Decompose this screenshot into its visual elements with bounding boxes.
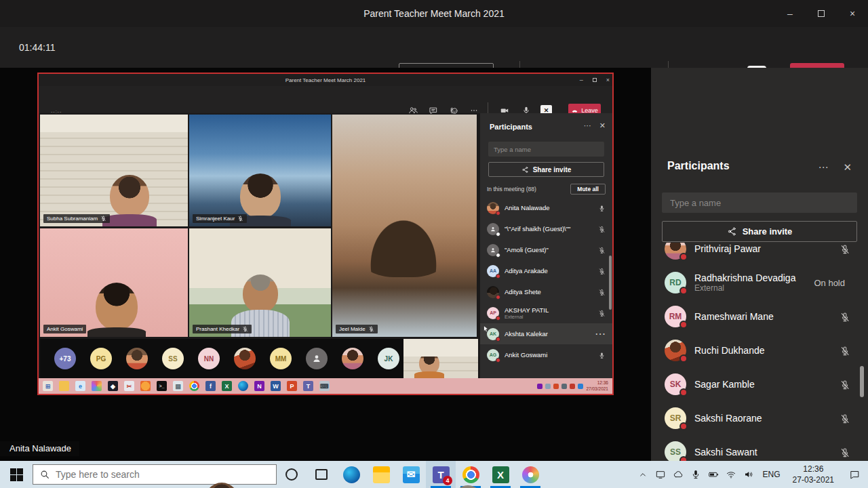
more-icon[interactable]: ⋯ (818, 161, 828, 174)
taskbar-search-input[interactable] (56, 469, 252, 480)
mic-off-icon[interactable] (598, 286, 606, 298)
participant-avatar[interactable] (306, 348, 328, 369)
participant-row[interactable]: SS Sakshi Sawant (651, 435, 868, 461)
tray-battery-icon[interactable] (705, 461, 722, 488)
share-invite-button[interactable]: Share invite (662, 221, 857, 242)
participant-avatar[interactable] (342, 348, 363, 369)
mic-on-icon[interactable] (598, 202, 606, 214)
tray-chevron-up-icon[interactable] (634, 461, 652, 488)
mic-off-icon[interactable] (840, 344, 850, 357)
participant-list: Prithviraj Pawar RD Radhakrishna Devadig… (651, 243, 868, 461)
participant-avatar[interactable]: SS (162, 348, 184, 369)
tray-cast-icon[interactable] (652, 461, 669, 488)
mic-off-icon[interactable] (840, 378, 850, 390)
participant-row-hovered[interactable]: AK Akshta Kalekar ⋯ (480, 323, 612, 344)
notepad-icon: ▤ (173, 381, 183, 391)
panel-scrollbar[interactable] (860, 366, 864, 397)
mic-off-icon[interactable] (840, 446, 850, 458)
excel-icon: X (492, 466, 509, 483)
participant-row[interactable]: "\"Arif shaikh (Guest)\"" (480, 218, 612, 239)
internet-explorer-icon: e (75, 381, 85, 391)
snipping-tool-icon: ✂ (124, 381, 134, 391)
avatar: AG (487, 349, 499, 361)
taskbar-paint[interactable] (515, 461, 545, 488)
action-center-button[interactable] (841, 461, 868, 488)
participant-row[interactable]: Ruchi Dukhande (651, 333, 868, 367)
taskbar-search[interactable] (33, 464, 277, 485)
taskbar-file-explorer[interactable] (366, 461, 396, 488)
search-input[interactable] (662, 192, 857, 213)
participant-avatar[interactable]: MM (270, 348, 292, 369)
tile-name-chip: Prashant Khedkar (193, 325, 252, 333)
mic-off-icon[interactable] (598, 244, 606, 256)
self-view-tile[interactable]: SHAH & ANCHOR KUTCHHI ENGINEERING COLLEG… (403, 339, 478, 378)
participant-avatar[interactable]: JK (378, 348, 399, 369)
taskbar-chrome[interactable] (456, 461, 486, 488)
participant-avatar[interactable] (126, 348, 148, 369)
shared-screen[interactable]: Parent Teacher Meet March 2021 – × --:--… (37, 73, 614, 395)
close-icon[interactable]: ✕ (843, 161, 852, 174)
taskbar-teams[interactable]: T 4 (426, 461, 456, 488)
participant-avatar[interactable]: NN (198, 348, 220, 369)
participant-row[interactable]: RM Rameshwari Mane (651, 300, 868, 333)
mic-off-icon[interactable] (598, 307, 606, 319)
taskbar-time: 12:36 (793, 464, 834, 474)
participant-row[interactable]: Aditya Shete (480, 281, 612, 302)
mic-off-icon[interactable] (840, 412, 850, 424)
facebook-icon: f (205, 381, 216, 391)
close-icon[interactable]: ✕ (599, 121, 606, 130)
mic-off-icon[interactable] (598, 265, 606, 277)
participant-row[interactable]: AA Aditya Arakade (480, 260, 612, 281)
cortana-button[interactable] (277, 461, 307, 488)
meeting-timer: 01:44:11 (19, 42, 55, 53)
participant-row[interactable]: "Amoli (Guest)" (480, 239, 612, 260)
paint-icon (92, 381, 102, 391)
participant-row[interactable]: AP AKSHAY PATILExternal (480, 302, 612, 323)
close-button[interactable]: × (837, 0, 868, 27)
overflow-count-avatar[interactable]: +73 (54, 348, 76, 369)
tray-onedrive-icon[interactable] (669, 461, 687, 488)
more-icon[interactable]: ⋯ (584, 121, 591, 130)
mic-on-icon[interactable] (598, 349, 606, 361)
nested-meeting-section: In this meeting (88) Mute all (487, 184, 606, 195)
paint-icon (522, 466, 539, 483)
maximize-icon (818, 10, 825, 17)
participant-avatar[interactable]: PG (90, 348, 112, 369)
mic-off-icon[interactable] (840, 310, 850, 323)
task-view-icon (315, 469, 328, 480)
participant-row[interactable]: AG Ankit Goswami (480, 344, 612, 365)
nested-titlebar: Parent Teacher Meet March 2021 – × (39, 74, 612, 86)
start-button[interactable] (0, 461, 33, 488)
participant-row[interactable]: SR Sakshi Raorane (651, 401, 868, 435)
row-more-icon[interactable]: ⋯ (595, 327, 606, 340)
taskbar-excel[interactable]: X (486, 461, 515, 488)
mic-off-icon (237, 216, 243, 222)
mute-all-button[interactable]: Mute all (570, 184, 606, 195)
tray-microphone-icon[interactable] (687, 461, 705, 488)
video-tile-simranjeet: Simranjeet Kaur (189, 115, 331, 226)
panel-title: Participants (667, 160, 730, 172)
maximize-button[interactable] (806, 0, 837, 27)
tray-volume-icon[interactable] (740, 461, 757, 488)
tray-icon (570, 384, 575, 389)
in-this-meeting-label[interactable]: In this meeting (88) (487, 186, 536, 192)
taskbar-edge[interactable] (336, 461, 366, 488)
participant-row[interactable]: Anita Nalawade (480, 197, 612, 218)
nested-search-input[interactable]: Type a name (488, 142, 604, 157)
nested-share-invite-button[interactable]: Share invite (488, 162, 604, 177)
minimize-button[interactable]: – (774, 0, 806, 27)
taskbar-mail[interactable]: ✉ (396, 461, 426, 488)
teams-icon: T (303, 381, 313, 391)
mic-off-icon[interactable] (598, 223, 606, 235)
participant-row[interactable]: SK Sagar Kamble (651, 367, 868, 401)
tray-wifi-icon[interactable] (722, 461, 740, 488)
nested-scrollbar[interactable] (609, 256, 612, 310)
nested-window-controls: – × (580, 74, 610, 86)
language-indicator[interactable]: ENG (757, 470, 786, 479)
participant-avatar[interactable] (234, 348, 256, 369)
mic-off-icon[interactable] (840, 243, 850, 255)
participant-row[interactable]: Prithviraj Pawar (651, 243, 868, 266)
task-view-button[interactable] (307, 461, 336, 488)
participant-row[interactable]: RD Radhakrishna Devadiga External On hol… (651, 266, 868, 300)
taskbar-clock[interactable]: 12:36 27-03-2021 (786, 464, 841, 485)
